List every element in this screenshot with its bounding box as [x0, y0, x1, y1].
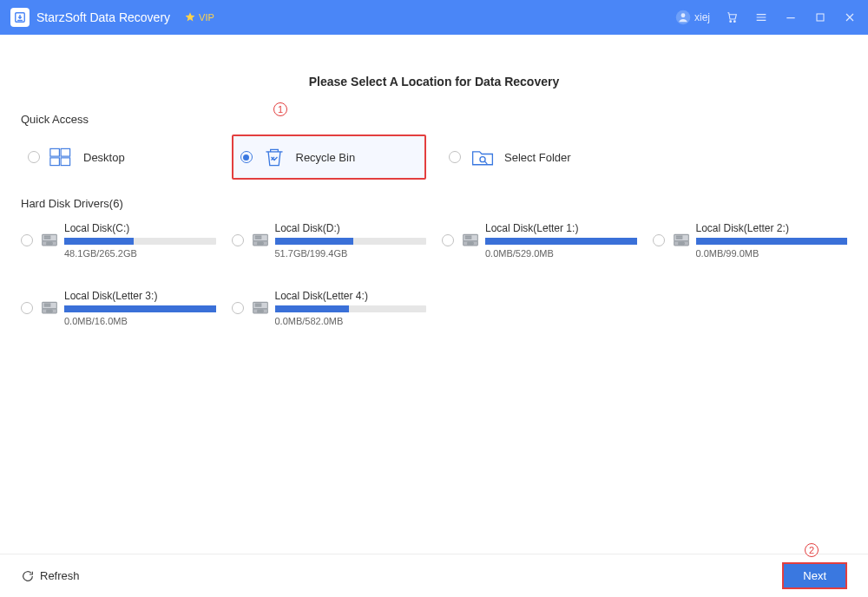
disk-icon: SSD — [40, 300, 59, 326]
svg-point-4 — [733, 21, 735, 23]
drive-item[interactable]: SSDLocal Disk(Letter 2:)0.0MB/99.0MB — [653, 219, 848, 262]
drive-usage-bar — [64, 238, 216, 245]
menu-icon[interactable] — [753, 10, 769, 25]
svg-rect-39 — [255, 304, 261, 305]
quick-access-label-text: Recycle Bin — [296, 151, 356, 164]
drive-item[interactable]: SSDLocal Disk(Letter 1:)0.0MB/529.0MB — [442, 219, 637, 262]
drive-item[interactable]: SSDLocal Disk(Letter 4:)0.0MB/582.0MB — [232, 286, 427, 330]
quick-access-label-text: Select Folder — [504, 151, 571, 164]
svg-rect-30 — [676, 238, 682, 239]
svg-rect-20 — [255, 238, 261, 239]
drive-usage-bar — [64, 305, 216, 312]
close-icon[interactable] — [842, 10, 858, 25]
svg-rect-9 — [61, 158, 70, 166]
main-content: Please Select A Location for Data Recove… — [0, 35, 868, 554]
radio-icon — [449, 151, 461, 163]
drive-usage-bar — [485, 238, 637, 245]
drive-usage-text: 48.1GB/265.2GB — [64, 248, 216, 259]
disk-icon: SSD — [40, 233, 59, 259]
drive-usage-bar — [696, 238, 848, 245]
drive-name: Local Disk(Letter 1:) — [485, 222, 637, 234]
svg-rect-7 — [61, 148, 70, 156]
radio-icon — [21, 302, 33, 314]
drive-usage-text: 0.0MB/99.0MB — [696, 248, 848, 259]
drive-usage-bar — [275, 238, 427, 245]
drives-grid: SSDLocal Disk(C:)48.1GB/265.2GBSSDLocal … — [21, 219, 847, 330]
disk-icon: SSD — [461, 233, 480, 259]
svg-rect-40 — [255, 305, 261, 306]
drive-name: Local Disk(C:) — [64, 222, 216, 234]
disk-icon: SSD — [251, 233, 270, 259]
app-logo-icon — [10, 8, 30, 27]
svg-text:SSD: SSD — [257, 242, 263, 246]
titlebar: StarzSoft Data Recovery VIP xiej — [0, 0, 868, 35]
drive-name: Local Disk(Letter 4:) — [275, 290, 427, 302]
annotation-step1: 1 — [273, 102, 287, 116]
radio-icon — [232, 302, 244, 314]
username: xiej — [694, 11, 710, 23]
folder-search-icon — [470, 145, 496, 169]
drive-usage-text: 0.0MB/16.0MB — [64, 316, 216, 326]
quick-access-row: Desktop Recycle Bin Select Folder — [21, 134, 847, 180]
svg-text:SSD: SSD — [257, 310, 263, 313]
svg-rect-29 — [676, 236, 682, 237]
cart-icon[interactable] — [724, 10, 740, 25]
svg-point-2 — [681, 13, 686, 17]
drive-usage-text: 51.7GB/199.4GB — [275, 248, 427, 259]
annotation-step2: 2 — [805, 543, 819, 557]
desktop-icon — [49, 145, 75, 169]
trash-icon — [261, 145, 287, 169]
radio-icon — [442, 234, 454, 246]
drive-name: Local Disk(Letter 3:) — [64, 290, 216, 302]
app-title: StarzSoft Data Recovery — [36, 10, 170, 24]
quick-access-recycle-bin[interactable]: Recycle Bin — [232, 134, 427, 180]
radio-icon — [232, 234, 244, 246]
drive-name: Local Disk(Letter 2:) — [696, 222, 848, 234]
quick-access-desktop[interactable]: Desktop — [21, 136, 216, 178]
svg-rect-15 — [44, 238, 50, 239]
quick-access-label: Quick Access — [21, 113, 847, 126]
svg-point-3 — [730, 21, 732, 23]
drive-usage-text: 0.0MB/529.0MB — [485, 248, 637, 259]
svg-rect-35 — [44, 305, 50, 306]
svg-text:SSD: SSD — [678, 242, 684, 246]
disk-icon: SSD — [251, 300, 270, 326]
drive-item[interactable]: SSDLocal Disk(D:)51.7GB/199.4GB — [232, 219, 427, 262]
svg-rect-24 — [465, 236, 471, 237]
drive-usage-text: 0.0MB/582.0MB — [275, 316, 427, 326]
svg-rect-14 — [44, 236, 50, 237]
minimize-icon[interactable] — [783, 10, 799, 25]
page-title: Please Select A Location for Data Recove… — [21, 75, 847, 89]
svg-rect-8 — [50, 158, 60, 166]
svg-point-10 — [480, 157, 485, 162]
footer-bar: Refresh Next — [0, 554, 868, 597]
user-chip[interactable]: xiej — [675, 10, 710, 25]
svg-rect-34 — [44, 304, 50, 305]
refresh-label: Refresh — [40, 569, 80, 582]
drive-usage-bar — [275, 305, 427, 312]
drives-section-label: Hard Disk Drivers(6) — [21, 197, 847, 210]
svg-rect-25 — [465, 238, 471, 239]
radio-icon — [653, 234, 665, 246]
radio-icon — [28, 151, 40, 163]
radio-icon — [21, 234, 33, 246]
svg-text:SSD: SSD — [468, 242, 474, 246]
next-button[interactable]: Next — [782, 562, 847, 589]
drive-item[interactable]: SSDLocal Disk(C:)48.1GB/265.2GB — [21, 219, 216, 262]
disk-icon: SSD — [672, 233, 691, 259]
quick-access-label-text: Desktop — [83, 151, 125, 164]
drive-item[interactable]: SSDLocal Disk(Letter 3:)0.0MB/16.0MB — [21, 286, 216, 330]
maximize-icon[interactable] — [812, 10, 828, 25]
refresh-button[interactable]: Refresh — [21, 569, 80, 583]
svg-rect-6 — [50, 148, 60, 156]
svg-text:SSD: SSD — [47, 310, 53, 313]
svg-rect-5 — [817, 14, 824, 21]
vip-badge: VIP — [184, 11, 214, 23]
radio-icon — [240, 151, 253, 163]
svg-rect-19 — [255, 236, 261, 237]
drive-name: Local Disk(D:) — [275, 222, 427, 234]
svg-text:SSD: SSD — [47, 242, 53, 246]
quick-access-select-folder[interactable]: Select Folder — [442, 136, 637, 178]
vip-label: VIP — [199, 12, 214, 23]
